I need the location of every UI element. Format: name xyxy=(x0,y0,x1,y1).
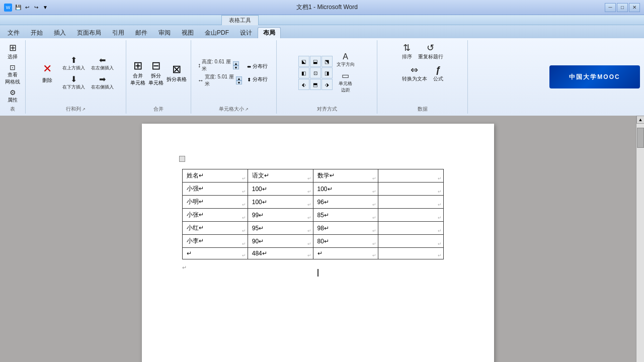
align-midcenter-btn[interactable]: ⊡ xyxy=(310,67,321,78)
cell-xiaoqiang-extra[interactable] xyxy=(378,183,444,196)
align-botright-btn[interactable]: ⬗ xyxy=(321,79,333,90)
cell-xiaoli-chinese[interactable]: 90↵ xyxy=(248,235,313,248)
cell-xiaohong-chinese[interactable]: 95↵ xyxy=(248,222,313,235)
cell-xiaohong-name[interactable]: 小红↵ xyxy=(183,222,248,235)
align-botcenter-btn[interactable]: ⬒ xyxy=(310,79,321,90)
cell-total-extra[interactable] xyxy=(378,248,444,259)
sort-button[interactable]: ⇅ 排序 xyxy=(400,41,414,61)
quick-access-toolbar: 💾 ↩ ↪ ▼ xyxy=(14,4,49,12)
cell-xiaoqiang-math[interactable]: 100↵ xyxy=(313,183,378,196)
distribute-rows-button[interactable]: ⬌ 分布行 xyxy=(245,60,270,72)
cell-xiaoqiang-chinese[interactable]: 100↵ xyxy=(248,183,313,196)
tab-mail[interactable]: 邮件 xyxy=(130,27,153,38)
header-name[interactable]: 姓名↵ xyxy=(183,169,248,183)
formula-button[interactable]: ƒ 公式 xyxy=(431,63,445,83)
rowcol-expand-icon[interactable]: ↗ xyxy=(82,107,86,112)
tab-layout[interactable]: 页面布局 xyxy=(71,27,107,38)
height-spin-down[interactable]: ▼ xyxy=(233,65,239,69)
text-cursor: I xyxy=(316,266,319,280)
cell-xiaohong-math[interactable]: 98↵ xyxy=(313,222,378,235)
word-table[interactable]: 姓名↵ 语文↵ 数学↵ 小强↵ 100↵ 100↵ 小明↵ 100↵ xyxy=(182,169,444,259)
maximize-button[interactable]: □ xyxy=(617,3,628,12)
insert-left-button[interactable]: ⬅ 在左侧插入 xyxy=(89,54,116,72)
ribbon-group-rowcol: ✕ 删除 ⬆ 在上方插入 ⬇ 在下方插入 ⬅ 在左侧插入 ➡ xyxy=(26,40,126,114)
ribbon-group-table: ⊞ 选择 ⊡ 查看 网格线 ⚙ 属性 表 xyxy=(0,40,26,114)
window-title: 文档1 - Microsoft Word xyxy=(296,3,358,12)
cell-xiaoli-name[interactable]: 小李↵ xyxy=(183,235,248,248)
cell-xiaozhang-extra[interactable] xyxy=(378,209,444,222)
repeat-header-button[interactable]: ↺ 重复标题行 xyxy=(416,41,445,61)
title-bar-left: W 💾 ↩ ↪ ▼ xyxy=(4,4,49,12)
tab-view[interactable]: 视图 xyxy=(176,27,199,38)
undo-quick-btn[interactable]: ↩ xyxy=(23,4,31,12)
align-topright-btn[interactable]: ⬔ xyxy=(321,56,333,67)
select-button[interactable]: ⊞ 选择 xyxy=(3,41,22,61)
cell-total-math[interactable]: ↵ xyxy=(313,248,378,259)
properties-button[interactable]: ⚙ 属性 xyxy=(3,87,22,105)
align-midleft-btn[interactable]: ◧ xyxy=(298,67,309,78)
table-handle[interactable] xyxy=(179,156,185,162)
merge-cells-button[interactable]: ⊞ 合并 单元格 xyxy=(129,58,146,87)
document-scroll-area: 姓名↵ 语文↵ 数学↵ 小强↵ 100↵ 100↵ 小明↵ 100↵ xyxy=(0,116,636,362)
cell-xiaoli-extra[interactable] xyxy=(378,235,444,248)
insert-above-button[interactable]: ⬆ 在上方插入 xyxy=(60,54,87,72)
tab-references[interactable]: 引用 xyxy=(107,27,130,38)
width-spin-up[interactable]: ▲ xyxy=(236,76,242,80)
cell-total-label[interactable]: ↵ xyxy=(183,248,248,259)
cell-xiaohong-extra[interactable] xyxy=(378,222,444,235)
cell-xiaoming-math[interactable]: 96↵ xyxy=(313,196,378,209)
gridlines-icon: ⊡ xyxy=(10,63,16,71)
save-quick-btn[interactable]: 💾 xyxy=(14,4,22,12)
context-tab-label: 表格工具 xyxy=(221,15,259,25)
cell-xiaoli-math[interactable]: 80↵ xyxy=(313,235,378,248)
tab-review[interactable]: 审阅 xyxy=(153,27,176,38)
split-cells-button[interactable]: ⊟ 拆分 单元格 xyxy=(147,58,165,87)
select-icon: ⊞ xyxy=(9,42,17,53)
cell-xiaozhang-name[interactable]: 小张↵ xyxy=(183,209,248,222)
insert-below-button[interactable]: ⬇ 在下方插入 xyxy=(60,73,87,92)
align-topcenter-btn[interactable]: ⬓ xyxy=(310,56,321,67)
tab-start[interactable]: 开始 xyxy=(25,27,48,38)
distribute-cols-button[interactable]: ⬍ 分布行 xyxy=(245,73,270,85)
scroll-up-button[interactable]: ▲ xyxy=(636,116,644,124)
document-page[interactable]: 姓名↵ 语文↵ 数学↵ 小强↵ 100↵ 100↵ 小明↵ 100↵ xyxy=(142,124,494,362)
cell-xiaoqiang-name[interactable]: 小强↵ xyxy=(183,183,248,196)
cell-total-chinese[interactable]: 484↵ xyxy=(248,248,313,259)
insert-right-button[interactable]: ➡ 在右侧插入 xyxy=(89,73,116,92)
width-row: ↔ 宽度: 5.01 厘米 ▲ ▼ xyxy=(198,73,242,87)
delete-button[interactable]: ✕ 删除 xyxy=(36,59,58,86)
tab-tablayout[interactable]: 布局 xyxy=(258,27,281,38)
tab-pdf[interactable]: 金山PDF xyxy=(199,27,234,38)
cell-xiaoming-name[interactable]: 小明↵ xyxy=(183,196,248,209)
header-math[interactable]: 数学↵ xyxy=(313,169,378,183)
cell-xiaoming-chinese[interactable]: 100↵ xyxy=(248,196,313,209)
width-icon: ↔ xyxy=(198,77,204,84)
cell-xiaozhang-chinese[interactable]: 99↵ xyxy=(248,209,313,222)
tab-file[interactable]: 文件 xyxy=(2,27,25,38)
minimize-button[interactable]: ─ xyxy=(605,3,616,12)
tab-design[interactable]: 设计 xyxy=(234,27,258,38)
cell-margin-button[interactable]: ▭ 单元格 边距 xyxy=(336,70,356,95)
align-midright-btn[interactable]: ◨ xyxy=(321,67,333,78)
customize-quick-btn[interactable]: ▼ xyxy=(41,4,49,12)
split-table-button[interactable]: ⊠ 拆分表格 xyxy=(166,62,188,84)
close-button[interactable]: ✕ xyxy=(629,3,640,12)
convert-text-button[interactable]: ⇔ 转换为文本 xyxy=(400,63,429,83)
header-chinese[interactable]: 语文↵ xyxy=(248,169,313,183)
height-spin-up[interactable]: ▲ xyxy=(233,61,239,65)
width-spin-down[interactable]: ▼ xyxy=(236,80,242,84)
height-label: 高度: 0.61 厘米 xyxy=(202,58,232,72)
cellsize-expand-icon[interactable]: ↗ xyxy=(245,107,249,112)
text-direction-button[interactable]: A 文字方向 xyxy=(336,51,356,69)
header-extra[interactable] xyxy=(378,169,444,183)
insert-above-icon: ⬆ xyxy=(70,55,77,65)
redo-quick-btn[interactable]: ↪ xyxy=(32,4,40,12)
cell-xiaozhang-math[interactable]: 85↵ xyxy=(313,209,378,222)
cell-xiaoming-extra[interactable] xyxy=(378,196,444,209)
title-bar: W 💾 ↩ ↪ ▼ 文档1 - Microsoft Word ─ □ ✕ xyxy=(0,0,644,15)
tab-insert[interactable]: 插入 xyxy=(48,27,71,38)
scroll-thumb[interactable] xyxy=(637,128,644,148)
gridlines-button[interactable]: ⊡ 查看 网格线 xyxy=(3,62,22,86)
align-botleft-btn[interactable]: ⬖ xyxy=(298,79,309,90)
align-topleft-btn[interactable]: ⬕ xyxy=(298,56,309,67)
